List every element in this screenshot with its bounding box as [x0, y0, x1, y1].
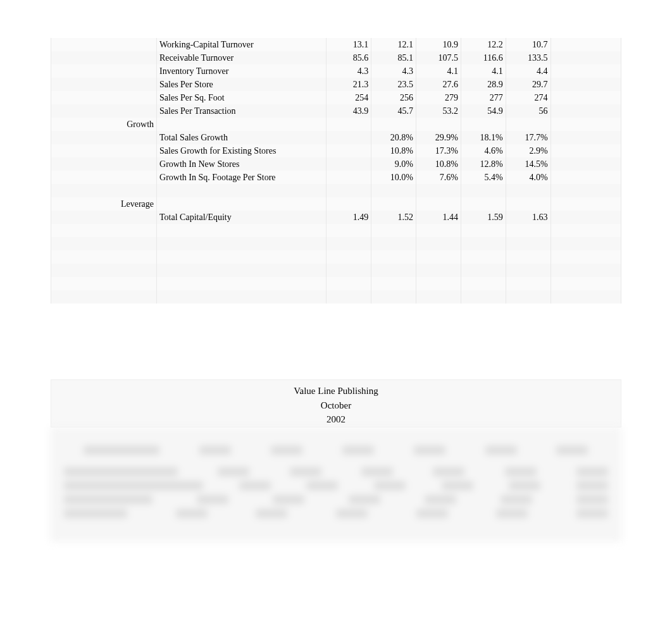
metric-value: 116.6 — [461, 51, 506, 65]
metric-value: 1.63 — [506, 211, 551, 224]
metric-value — [416, 184, 461, 197]
trailing-cell — [551, 184, 621, 197]
metric-value: 10.9 — [416, 38, 461, 51]
section-label: Growth — [51, 118, 157, 131]
metric-value — [416, 264, 461, 277]
metric-label: Inventory Turnover — [157, 65, 327, 78]
metric-value: 274 — [506, 91, 551, 104]
metric-value — [371, 184, 416, 197]
blank-row — [51, 264, 621, 277]
metric-value — [416, 250, 461, 264]
section-label — [51, 250, 157, 264]
metric-label — [157, 184, 327, 197]
metric-value: 21.3 — [327, 78, 371, 91]
ratio-table: Working-Capital Turnover13.112.110.912.2… — [51, 38, 621, 304]
trailing-cell — [551, 91, 621, 104]
metric-value: 1.49 — [327, 211, 371, 224]
metric-value — [461, 118, 506, 131]
blank-row — [51, 237, 621, 250]
metric-value: 2.9% — [506, 144, 551, 157]
metric-value: 85.6 — [327, 51, 371, 65]
blank-row — [51, 224, 621, 237]
metric-value: 4.1 — [416, 65, 461, 78]
metric-value — [327, 224, 371, 237]
metric-value: 10.7 — [506, 38, 551, 51]
metric-label — [157, 224, 327, 237]
section-label — [51, 237, 157, 250]
metric-label: Sales Per Store — [157, 78, 327, 91]
title-line-3: 2002 — [51, 412, 621, 427]
section-label — [51, 157, 157, 171]
section-label — [51, 65, 157, 78]
metric-value: 133.5 — [506, 51, 551, 65]
metric-value — [416, 237, 461, 250]
table-row: Growth In Sq. Footage Per Store10.0%7.6%… — [51, 171, 621, 184]
metric-label: Growth In Sq. Footage Per Store — [157, 171, 327, 184]
section-label — [51, 224, 157, 237]
metric-value: 85.1 — [371, 51, 416, 65]
metric-value: 5.4% — [461, 171, 506, 184]
metric-value — [506, 290, 551, 304]
table-row: Total Sales Growth20.8%29.9%18.1%17.7% — [51, 131, 621, 144]
blank-row — [51, 184, 621, 197]
metric-label: Receivable Turnover — [157, 51, 327, 65]
table-row: Sales Per Store21.323.527.628.929.7 — [51, 78, 621, 91]
trailing-cell — [551, 197, 621, 211]
metric-value — [371, 197, 416, 211]
metric-value — [327, 264, 371, 277]
trailing-cell — [551, 118, 621, 131]
metric-value: 10.8% — [371, 144, 416, 157]
metric-value — [461, 224, 506, 237]
metric-value — [371, 277, 416, 290]
metric-value: 4.3 — [327, 65, 371, 78]
metric-value: 1.52 — [371, 211, 416, 224]
metric-value: 4.6% — [461, 144, 506, 157]
metric-value — [327, 171, 371, 184]
metric-value — [461, 197, 506, 211]
metric-value: 279 — [416, 91, 461, 104]
table-row: Sales Per Transaction43.945.753.254.956 — [51, 104, 621, 118]
metric-value — [327, 237, 371, 250]
metric-value — [371, 250, 416, 264]
section-label — [51, 211, 157, 224]
metric-value — [327, 250, 371, 264]
metric-value: 28.9 — [461, 78, 506, 91]
metric-value — [371, 224, 416, 237]
blank-row — [51, 277, 621, 290]
metric-value: 20.8% — [371, 131, 416, 144]
metric-value — [506, 184, 551, 197]
trailing-cell — [551, 250, 621, 264]
metric-value — [416, 224, 461, 237]
metric-label: Growth In New Stores — [157, 157, 327, 171]
metric-value: 4.3 — [371, 65, 416, 78]
section-header-row: Leverage — [51, 197, 621, 211]
metric-value — [371, 118, 416, 131]
trailing-cell — [551, 144, 621, 157]
metric-value — [461, 290, 506, 304]
metric-value — [506, 224, 551, 237]
trailing-cell — [551, 264, 621, 277]
metric-value: 10.0% — [371, 171, 416, 184]
metric-value — [461, 184, 506, 197]
trailing-cell — [551, 290, 621, 304]
trailing-cell — [551, 131, 621, 144]
metric-label — [157, 118, 327, 131]
metric-value — [327, 277, 371, 290]
metric-value — [461, 237, 506, 250]
table-row: Total Capital/Equity1.491.521.441.591.63 — [51, 211, 621, 224]
metric-label — [157, 237, 327, 250]
metric-value — [327, 118, 371, 131]
table-row: Working-Capital Turnover13.112.110.912.2… — [51, 38, 621, 51]
metric-label — [157, 277, 327, 290]
metric-label — [157, 197, 327, 211]
metric-value: 56 — [506, 104, 551, 118]
metric-label: Sales Per Transaction — [157, 104, 327, 118]
blank-row — [51, 250, 621, 264]
table-row: Sales Per Sq. Foot254256279277274 — [51, 91, 621, 104]
metric-value: 12.1 — [371, 38, 416, 51]
metric-value: 10.8% — [416, 157, 461, 171]
metric-value — [506, 264, 551, 277]
title-line-1: Value Line Publishing — [51, 384, 621, 398]
trailing-cell — [551, 78, 621, 91]
trailing-cell — [551, 211, 621, 224]
